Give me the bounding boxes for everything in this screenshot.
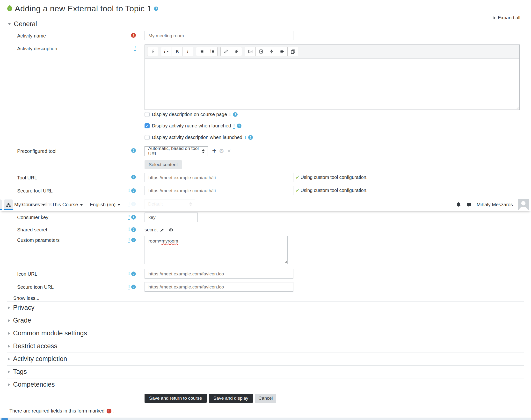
advanced-field-icon: !: [245, 135, 246, 140]
section-heading-common-module-settings[interactable]: Common module settings: [8, 330, 87, 337]
required-fields-note: There are required fields in this form m…: [9, 408, 115, 414]
moodle-external-tool-form-page: ↑ Adding a new External tool to Topic 1 …: [0, 0, 531, 420]
unordered-list-icon[interactable]: [196, 47, 207, 56]
messages-icon[interactable]: [466, 202, 472, 208]
nav-item-my-courses[interactable]: My Courses: [14, 202, 45, 208]
chevron-down-icon: [80, 204, 83, 206]
footer-edge-accent: [1, 418, 8, 420]
help-icon[interactable]: ?: [131, 188, 136, 193]
section-heading-restrict-access[interactable]: Restrict access: [8, 342, 57, 350]
chevron-down-icon: [118, 204, 120, 206]
icon-url-input[interactable]: [145, 269, 294, 279]
italic-icon[interactable]: I: [182, 47, 193, 56]
nav-user-area: Mihály Mészáros: [456, 198, 529, 211]
nav-item-language[interactable]: English (en): [90, 202, 120, 208]
section-heading-competencies[interactable]: Competencies: [8, 381, 55, 388]
custom-parameters-textarea[interactable]: room=myroom: [145, 236, 288, 264]
delete-tool-icon: ✕: [227, 149, 231, 153]
advanced-field-icon: !: [128, 284, 130, 289]
expand-all-triangle-icon: [494, 16, 496, 19]
resize-handle-icon[interactable]: [516, 106, 519, 109]
site-structure-tab[interactable]: [4, 199, 13, 210]
misspelled-word: myroom: [162, 239, 178, 243]
cancel-button[interactable]: Cancel: [255, 394, 276, 403]
advanced-field-icon: !: [128, 271, 130, 276]
select-content-button[interactable]: Select content: [145, 160, 182, 169]
section-heading-privacy[interactable]: Privacy: [8, 304, 35, 311]
display-description-checkbox[interactable]: [145, 112, 150, 117]
activity-description-editor-body[interactable]: [145, 59, 519, 109]
display-activity-name-checkbox[interactable]: ✓: [145, 123, 150, 128]
consumer-key-input[interactable]: [145, 212, 198, 222]
show-secret-eye-icon[interactable]: [168, 227, 174, 233]
user-name[interactable]: Mihály Mészáros: [477, 202, 513, 208]
advanced-field-icon: !: [233, 123, 235, 129]
help-icon[interactable]: ?: [131, 175, 136, 180]
bold-icon[interactable]: B: [172, 47, 182, 56]
secure-tool-url-input[interactable]: [145, 186, 294, 195]
check-icon: ✓: [295, 175, 300, 180]
help-icon[interactable]: ?: [237, 123, 241, 128]
checkbox-row-display-activity-description: Display activity description when launch…: [145, 135, 253, 140]
collapse-triangle-icon: [8, 23, 11, 25]
field-label: Preconfigured tool: [17, 149, 56, 154]
advanced-field-icon: !: [128, 188, 130, 193]
resize-handle-icon[interactable]: [283, 260, 287, 264]
field-label: Secure icon URL: [17, 284, 54, 290]
section-divider: [7, 340, 524, 340]
avatar[interactable]: [518, 199, 529, 210]
checkbox-row-display-activity-name: ✓ Display activity name when launched ! …: [145, 123, 241, 129]
save-and-return-button[interactable]: Save and return to course: [145, 394, 207, 403]
preconfigured-tool-select[interactable]: Automatic, based on tool URL: [145, 146, 208, 156]
section-heading-activity-completion[interactable]: Activity completion: [8, 355, 67, 363]
section-heading-general[interactable]: General: [8, 20, 37, 28]
ordered-list-icon[interactable]: 123: [207, 47, 218, 56]
help-icon[interactable]: ?: [131, 215, 136, 220]
save-and-display-button[interactable]: Save and display: [209, 394, 253, 403]
help-icon[interactable]: ?: [131, 285, 136, 289]
record-audio-icon[interactable]: [266, 47, 277, 56]
help-icon[interactable]: ?: [131, 227, 136, 232]
svg-text:3: 3: [210, 52, 211, 53]
expand-all-link[interactable]: Expand all: [494, 15, 520, 21]
link-icon[interactable]: [221, 47, 231, 56]
title-help-icon[interactable]: ?: [154, 7, 158, 11]
top-navbar: My Courses This Course English (en) Mihá…: [0, 198, 531, 211]
edit-pencil-icon[interactable]: [160, 228, 164, 232]
add-tool-icon[interactable]: +: [212, 148, 216, 154]
checkbox-label: Display activity description when launch…: [152, 135, 242, 140]
display-activity-description-checkbox[interactable]: [145, 135, 150, 140]
help-icon[interactable]: ?: [131, 238, 136, 242]
collapse-toolbar-icon[interactable]: [147, 47, 158, 56]
secure-tool-url-status: ✓ Using custom tool configuration.: [295, 188, 368, 193]
tool-url-input[interactable]: [145, 173, 294, 182]
advanced-field-icon: !: [134, 45, 136, 51]
help-icon[interactable]: ?: [248, 135, 253, 140]
shared-secret-value: secret: [145, 227, 158, 233]
notifications-bell-icon[interactable]: [456, 202, 461, 208]
secure-icon-url-input[interactable]: [145, 282, 294, 292]
activity-name-input[interactable]: [145, 31, 294, 40]
page-title: Adding a new External tool to Topic 1: [15, 4, 151, 13]
insert-image-icon[interactable]: [245, 47, 256, 56]
show-less-link[interactable]: Show less...: [13, 296, 39, 301]
field-label: Icon URL: [17, 271, 37, 277]
record-video-icon[interactable]: [277, 47, 288, 56]
advanced-field-icon: !: [128, 214, 130, 220]
collapsed-triangle-icon: [8, 306, 10, 309]
drawer-tab-partial[interactable]: [0, 199, 2, 210]
unlink-icon[interactable]: [231, 47, 242, 56]
paragraph-styles-icon[interactable]: i: [161, 47, 172, 56]
nav-item-this-course[interactable]: This Course: [52, 202, 83, 208]
section-heading-grade[interactable]: Grade: [8, 317, 31, 324]
field-label: Custom parameters: [17, 238, 60, 243]
section-heading-tags[interactable]: Tags: [8, 368, 27, 375]
manage-files-icon[interactable]: [287, 47, 298, 56]
help-icon[interactable]: ?: [131, 271, 136, 276]
field-label: Activity name: [17, 33, 46, 39]
insert-media-icon[interactable]: [255, 47, 266, 56]
section-divider: [7, 353, 524, 353]
help-icon[interactable]: ?: [233, 112, 237, 117]
help-icon[interactable]: ?: [131, 148, 136, 153]
advanced-field-icon: !: [128, 237, 130, 242]
